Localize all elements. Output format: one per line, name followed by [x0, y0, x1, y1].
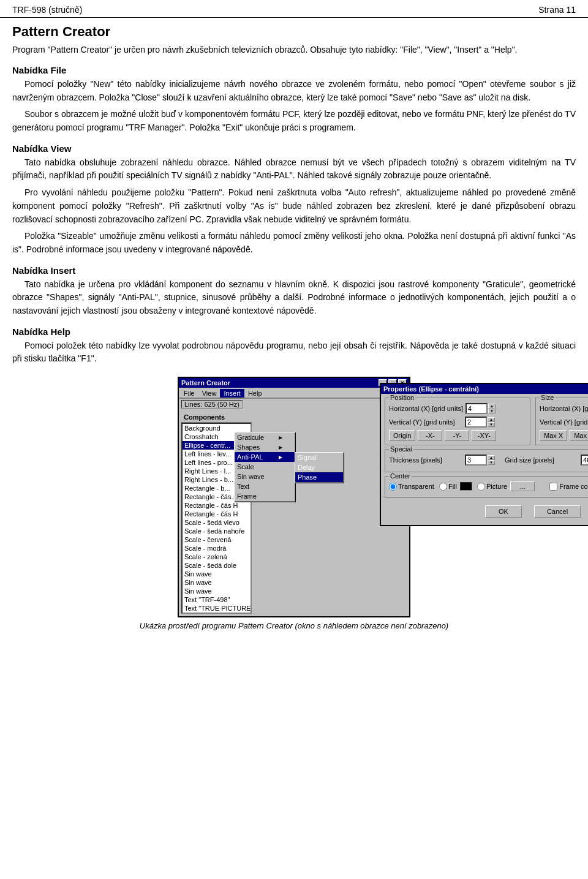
view-para-2: Položka "Sizeable" umožňuje změnu veliko… [12, 230, 576, 256]
position-v-spinners: ▲ ▼ [488, 417, 495, 427]
pos-btn-x[interactable]: -X- [418, 430, 442, 441]
picture-browse-btn[interactable]: ... [510, 481, 535, 491]
file-para-0: Pomocí položky "New" této nabídky inicia… [12, 78, 576, 104]
heading-view: Nabídka View [12, 143, 576, 154]
position-h-spin-up[interactable]: ▲ [488, 404, 496, 409]
menu-graticule[interactable]: Graticule ▶ [235, 432, 295, 442]
position-h-label: Horizontal (X) [grid units] [389, 405, 463, 412]
frame-color-checkbox[interactable] [549, 483, 557, 491]
pc-titlebar: Pattern Creator _ □ × [179, 378, 409, 388]
thickness-input-group: ▲ ▼ [465, 455, 495, 466]
list-item[interactable]: Sin wave [183, 578, 251, 587]
list-item[interactable]: Text "TRF-498" [183, 595, 251, 604]
list-item[interactable]: Scale - modrá [183, 544, 251, 553]
frame-color-label: Frame color [559, 483, 588, 490]
radio-transparent-input[interactable] [389, 483, 397, 491]
submenu-delay[interactable]: Delay [295, 462, 343, 472]
list-item[interactable]: Scale - šedá nahoře [183, 527, 251, 535]
size-group-label: Size [540, 394, 555, 401]
position-h-spin-down[interactable]: ▼ [488, 409, 496, 413]
thickness-spinners: ▲ ▼ [488, 455, 495, 465]
position-h-input[interactable] [466, 403, 488, 414]
pc-list-label: Components [181, 412, 252, 423]
properties-dialog: Properties (Ellipse - centrální) × Posit… [380, 383, 588, 526]
gridsize-label: Grid size [pixels] [505, 456, 578, 464]
props-size-col: Size Horizontal (X) [grid units] ▲ ▼ [535, 398, 588, 449]
position-v-spin-down[interactable]: ▼ [488, 422, 495, 427]
size-v-row: Vertical (Y) [grid units] ▲ ▼ [540, 417, 588, 428]
screenshot-wrapper: Pattern Creator _ □ × File View Insert H… [178, 377, 410, 617]
heading-insert: Nabídka Insert [12, 265, 576, 276]
radio-transparent[interactable]: Transparent [389, 483, 434, 491]
insert-dropdown-menu: Graticule ▶ Shapes ▶ Anti-PAL ▶ Signal D… [234, 432, 295, 502]
menu-insert[interactable]: Insert [220, 389, 244, 398]
props-titlebar: Properties (Ellipse - centrální) × [381, 384, 588, 394]
list-item[interactable]: Background [183, 424, 251, 432]
radio-transparent-label: Transparent [398, 483, 434, 490]
menu-help[interactable]: Help [244, 389, 266, 398]
radio-picture-input[interactable] [477, 483, 485, 491]
size-btn-maxx[interactable]: Max X [540, 430, 567, 441]
menu-text[interactable]: Text [235, 481, 295, 491]
page-header-title: TRF-598 (stručně) [12, 5, 82, 15]
props-dialog-title: Properties (Ellipse - centrální) [383, 385, 479, 393]
radio-fill[interactable]: Fill [439, 482, 472, 491]
submenu-signal[interactable]: Signal [295, 453, 343, 462]
menu-scale[interactable]: Scale [235, 462, 295, 472]
main-title: Pattern Creator [12, 24, 576, 40]
menu-sin-wave[interactable]: Sin wave [235, 472, 295, 481]
view-para-1: Pro vyvolání náhledu použijeme položku "… [12, 186, 576, 226]
list-item[interactable]: Sin wave [183, 587, 251, 595]
frame-color-checkbox-group[interactable]: Frame color [549, 483, 588, 491]
menu-anti-pal[interactable]: Anti-PAL ▶ Signal Delay Phase [235, 452, 295, 462]
thickness-input[interactable] [465, 455, 487, 466]
position-v-input[interactable] [465, 417, 487, 428]
center-group-label: Center [389, 472, 412, 480]
gridsize-input[interactable] [581, 455, 588, 466]
radio-picture[interactable]: Picture ... [477, 481, 535, 491]
thickness-spin-down[interactable]: ▼ [488, 460, 495, 465]
list-item[interactable]: Rectangle - čás H [183, 510, 251, 518]
fill-color-box[interactable] [460, 482, 472, 491]
pos-btn-origin[interactable]: Origin [389, 430, 415, 441]
insert-para-0: Tato nabídka je určena pro vkládání komp… [12, 278, 576, 318]
cancel-button[interactable]: Cancel [534, 505, 581, 518]
props-position-col: Position Horizontal (X) [grid units] ▲ ▼ [385, 398, 530, 449]
menu-shapes[interactable]: Shapes ▶ [235, 442, 295, 452]
size-h-row: Horizontal (X) [grid units] ▲ ▼ [540, 403, 588, 414]
screenshot-container: Pattern Creator _ □ × File View Insert H… [12, 377, 576, 617]
list-item[interactable]: Scale - šedá dole [183, 561, 251, 570]
pos-buttons-row: Origin -X- -Y- -XY- [389, 430, 526, 441]
size-btn-maxy[interactable]: Max Y [570, 430, 588, 441]
menu-view[interactable]: View [198, 389, 221, 398]
file-para-1: Soubor s obrazcem je možné uložit buď v … [12, 108, 576, 134]
radio-fill-input[interactable] [439, 483, 447, 491]
submenu-phase[interactable]: Phase [295, 472, 343, 482]
list-item[interactable]: Text "TRUE PICTURE" [183, 604, 251, 613]
size-group: Size Horizontal (X) [grid units] ▲ ▼ [535, 398, 588, 445]
thickness-spin-up[interactable]: ▲ [488, 455, 495, 460]
list-item[interactable]: Scale - červená [183, 535, 251, 544]
size-h-label: Horizontal (X) [grid units] [540, 405, 588, 412]
frame-color-check: Frame color [549, 483, 588, 491]
list-item[interactable]: Sin wave [183, 570, 251, 578]
position-group: Position Horizontal (X) [grid units] ▲ ▼ [385, 398, 530, 445]
list-item[interactable]: Scale - zelená [183, 553, 251, 561]
help-para-0: Pomocí položek této nabídky lze vyvolat … [12, 339, 576, 366]
position-v-row: Vertical (Y) [grid units] ▲ ▼ [389, 417, 526, 428]
pos-btn-y[interactable]: -Y- [445, 430, 469, 441]
content-area: Pattern Creator Program "Pattern Creator… [0, 24, 588, 630]
ok-button[interactable]: OK [485, 505, 522, 518]
heading-help: Nabídka Help [12, 326, 576, 337]
list-item[interactable]: Scale - šedá vlevo [183, 518, 251, 527]
gridsize-input-group: ▲ ▼ [581, 455, 588, 466]
page-header: TRF-598 (stručně) Strana 11 [0, 0, 588, 18]
menu-frame[interactable]: Frame [235, 491, 295, 501]
pattern-creator-window: Pattern Creator _ □ × File View Insert H… [178, 377, 410, 617]
position-v-spin-up[interactable]: ▲ [488, 417, 495, 422]
special-group-label: Special [389, 445, 413, 453]
heading-file: Nabídka File [12, 65, 576, 75]
pos-btn-xy[interactable]: -XY- [472, 430, 496, 441]
menu-file[interactable]: File [180, 389, 198, 398]
list-item[interactable]: Rectangle - čás H [183, 501, 251, 510]
